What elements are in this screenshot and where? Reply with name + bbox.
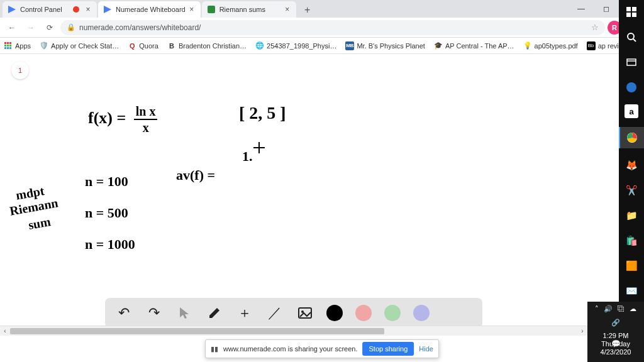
pause-sharing-icon[interactable]: ▮▮	[211, 345, 218, 353]
hw-avf: av(f) =	[176, 167, 215, 184]
hw-sum: sum	[27, 214, 52, 233]
svg-marker-0	[8, 6, 16, 13]
shape-tool[interactable]: ＋	[236, 304, 253, 322]
color-red[interactable]	[355, 305, 372, 321]
cursor-crosshair-icon	[253, 142, 265, 153]
bookmark-quora[interactable]: QQuora	[128, 41, 158, 50]
scroll-right-icon[interactable]: ›	[577, 326, 587, 336]
hw-interval: [ 2, 5 ]	[239, 103, 286, 123]
tray-wifi-icon[interactable]: ⿻	[618, 305, 625, 312]
url-text: numerade.com/answers/whiteboard/	[79, 23, 201, 32]
scroll-left-icon[interactable]: ‹	[0, 326, 10, 336]
svg-rect-4	[7, 42, 9, 44]
close-icon[interactable]: ×	[284, 6, 291, 13]
taskbar-store[interactable]: 🛍️	[623, 233, 640, 249]
page-counter[interactable]: 1	[11, 62, 29, 79]
bookmark-ap05types[interactable]: 💡ap05types.pdf	[523, 41, 578, 50]
hw-fx: f(x) = ln x x	[88, 104, 157, 135]
lock-icon: 🔒	[67, 23, 75, 31]
svg-line-21	[633, 39, 636, 41]
apps-icon	[4, 41, 13, 50]
taskbar-amazon[interactable]: a	[625, 104, 638, 118]
taskbar-edge[interactable]	[623, 79, 640, 96]
image-tool[interactable]	[296, 304, 314, 322]
color-green[interactable]	[384, 305, 401, 321]
browser-toolbar: ← → ⟳ 🔒 numerade.com/answers/whiteboard/…	[0, 18, 644, 38]
bookmark-apply[interactable]: 🛡️Apply or Check Stat…	[40, 41, 119, 50]
hide-sharing-button[interactable]: Hide	[419, 345, 433, 353]
svg-rect-6	[4, 45, 6, 47]
pen-tool[interactable]	[206, 304, 223, 322]
recording-indicator-icon	[73, 6, 79, 13]
lightbulb-icon: 💡	[523, 41, 532, 50]
tray-link-icon[interactable]: 🔗	[587, 315, 644, 329]
address-bar[interactable]: 🔒 numerade.com/answers/whiteboard/ ☆	[60, 20, 605, 35]
tray-up-icon[interactable]: ˄	[595, 305, 599, 313]
whiteboard-page: 1 f(x) = ln x x [ 2, 5 ] mdpt Riemann su…	[0, 54, 587, 336]
tab-control-panel[interactable]: Control Panel ×	[3, 1, 97, 18]
tab-numerade-whiteboard[interactable]: Numerade Whiteboard ×	[98, 1, 201, 18]
search-icon[interactable]	[623, 29, 640, 45]
scroll-track[interactable]	[10, 326, 577, 336]
taskbar-app2[interactable]: ✂️	[623, 182, 640, 199]
forward-button[interactable]: →	[23, 19, 39, 36]
site-icon: 🎓	[434, 41, 443, 50]
stop-sharing-button[interactable]: Stop sharing	[362, 342, 414, 356]
undo-button[interactable]: ↶	[115, 304, 133, 322]
reload-button[interactable]: ⟳	[42, 19, 58, 36]
apps-button[interactable]: Apps	[4, 41, 31, 50]
desmos-favicon	[207, 5, 216, 14]
svg-rect-5	[9, 42, 11, 44]
taskbar-app1[interactable]: 🦊	[623, 157, 640, 173]
site-icon: B	[167, 41, 176, 50]
svg-rect-9	[4, 47, 6, 49]
bookmark-mrb[interactable]: MBMr. B's Physics Planet	[345, 41, 425, 50]
action-center-icon[interactable]: 💬	[603, 334, 628, 353]
bookmarks-bar: Apps 🛡️Apply or Check Stat… QQuora BBrad…	[0, 38, 644, 54]
color-black[interactable]	[326, 305, 343, 321]
numerade-favicon	[8, 5, 16, 14]
bookmark-ap-central[interactable]: 🎓AP Central - The AP…	[434, 41, 514, 50]
close-icon[interactable]: ×	[188, 6, 196, 13]
svg-rect-17	[632, 7, 636, 11]
close-icon[interactable]: ×	[84, 6, 92, 13]
redo-button[interactable]: ↷	[145, 304, 163, 322]
bookmark-star-icon[interactable]: ☆	[591, 23, 599, 32]
hw-n1000: n = 1000	[85, 236, 135, 253]
tray-sound-icon[interactable]: 🔊	[604, 305, 613, 313]
taskbar-app3[interactable]: 🟧	[623, 258, 640, 274]
minimize-button[interactable]: —	[569, 0, 594, 18]
svg-rect-10	[7, 47, 9, 49]
svg-point-24	[626, 82, 636, 92]
taskbar-chrome[interactable]	[619, 127, 644, 148]
svg-rect-3	[4, 42, 6, 44]
globe-icon: 🌐	[255, 41, 264, 50]
pointer-tool[interactable]	[175, 304, 193, 322]
bookmark-1998-phys[interactable]: 🌐254387_1998_Physi…	[255, 41, 336, 50]
svg-marker-12	[180, 307, 189, 319]
hw-one: 1.	[242, 148, 253, 165]
svg-rect-18	[626, 13, 631, 17]
back-button[interactable]: ←	[4, 19, 20, 36]
tab-riemann-sums[interactable]: Riemann sums ×	[202, 1, 296, 18]
scroll-thumb[interactable]	[10, 328, 384, 334]
tab-title: Riemann sums	[219, 6, 281, 13]
bookmark-bradenton[interactable]: BBradenton Christian…	[167, 41, 247, 50]
taskbar-mail[interactable]: ✉️	[623, 283, 640, 299]
svg-rect-2	[208, 6, 215, 13]
color-blue[interactable]	[413, 305, 430, 321]
sharing-message: www.numerade.com is sharing your screen.	[223, 345, 357, 353]
task-view-icon[interactable]	[623, 54, 640, 70]
tab-title: Numerade Whiteboard	[116, 6, 186, 13]
start-button[interactable]	[623, 4, 640, 20]
line-tool[interactable]: ／	[266, 304, 284, 322]
maximize-button[interactable]: ◻	[594, 0, 619, 18]
tray-cloud-icon[interactable]: ☁	[630, 305, 636, 313]
site-icon: MB	[345, 41, 354, 50]
horizontal-scrollbar[interactable]: ‹ ›	[0, 326, 587, 336]
svg-marker-13	[209, 308, 219, 318]
taskbar-files[interactable]: 📁	[623, 207, 640, 224]
new-tab-button[interactable]: +	[300, 3, 315, 18]
svg-rect-8	[9, 45, 11, 47]
svg-rect-11	[9, 47, 11, 49]
